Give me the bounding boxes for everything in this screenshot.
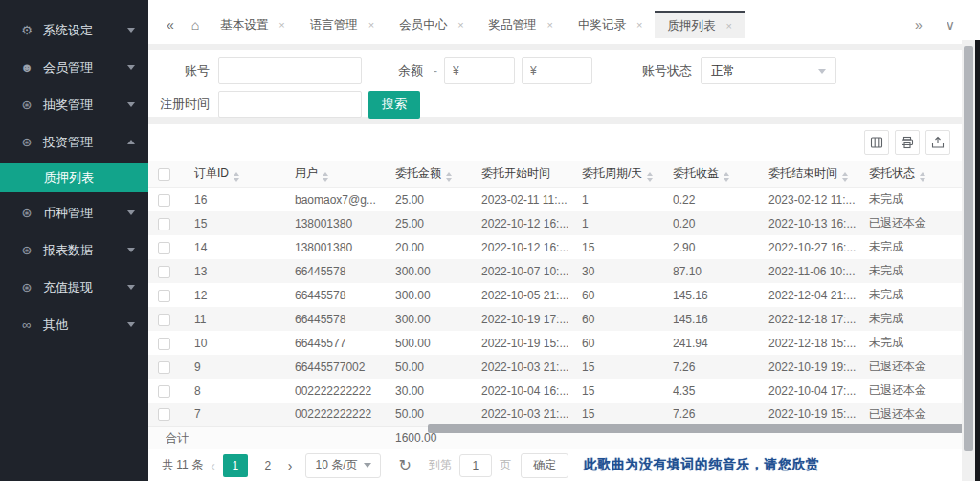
tab-options-icon[interactable]: ∨ (946, 17, 955, 33)
sort-icon[interactable] (920, 172, 925, 182)
chevron-down-icon (364, 463, 371, 468)
close-tab-icon[interactable]: × (636, 19, 642, 31)
tab[interactable]: 奖品管理 × (477, 11, 566, 38)
vertical-scrollbar[interactable] (964, 46, 973, 451)
coin-icon: ⊛ (19, 206, 34, 220)
account-status-value: 正常 (711, 63, 735, 79)
account-status-select[interactable]: 正常 (701, 57, 836, 84)
tab[interactable]: 语言管理 × (298, 11, 387, 38)
select-all-cell (148, 161, 185, 187)
row-checkbox[interactable] (158, 242, 170, 254)
sidebar-item[interactable]: ⊛ 币种管理 (0, 194, 148, 231)
table-header: 订单ID 用户 委托金额 委托开始时间 委托周期/天 委托收益 委托结束时间 (148, 161, 962, 187)
search-form-row-2: 注册时间 搜索 (148, 91, 962, 118)
collapse-tabs-icon[interactable]: « (158, 11, 183, 38)
tab[interactable]: 基本设置 × (208, 11, 297, 38)
goto-page-input[interactable] (459, 454, 492, 477)
tab[interactable]: 质押列表 × (655, 11, 744, 38)
row-checkbox[interactable] (158, 314, 170, 326)
row-select-cell (148, 355, 185, 379)
row-checkbox[interactable] (158, 290, 170, 302)
row-checkbox[interactable] (158, 194, 170, 207)
search-button[interactable]: 搜索 (368, 91, 420, 119)
tab-label: 中奖记录 (578, 17, 626, 33)
expand-tabs-icon[interactable]: » (915, 17, 923, 33)
sidebar-item[interactable]: ☻ 会员管理 (0, 49, 148, 86)
row-checkbox[interactable] (158, 266, 170, 278)
close-tab-icon[interactable]: × (368, 19, 374, 31)
column-header[interactable]: 用户 (285, 161, 386, 187)
column-label: 委托开始时间 (481, 166, 550, 180)
print-icon[interactable] (895, 130, 920, 155)
columns-icon[interactable] (864, 130, 889, 155)
prev-page-icon[interactable]: ‹ (211, 458, 215, 473)
sort-icon[interactable] (234, 172, 239, 182)
sidebar-item[interactable]: ⊛ 充值提现 (0, 269, 148, 306)
cell-amount: 500.00 (386, 331, 472, 355)
tab[interactable]: 会员中心 × (387, 11, 476, 38)
row-checkbox[interactable] (158, 385, 170, 398)
row-checkbox[interactable] (158, 218, 170, 230)
tab-label: 会员中心 (399, 17, 447, 33)
cell-period: 15 (572, 379, 663, 403)
page-number-button[interactable]: 2 (256, 454, 280, 477)
confirm-page-button[interactable]: 确定 (521, 453, 568, 478)
row-checkbox[interactable] (158, 408, 170, 421)
column-header[interactable]: 委托金额 (386, 161, 472, 187)
cell-end-time: 2022-12-04 21:... (759, 283, 859, 307)
select-all-checkbox[interactable] (158, 168, 170, 181)
row-select-cell (148, 259, 185, 283)
column-header[interactable]: 订单ID (185, 161, 285, 187)
cell-amount: 300.00 (386, 259, 472, 283)
cell-start-time: 2022-10-19 17:... (472, 307, 572, 331)
close-tab-icon[interactable]: × (278, 19, 284, 31)
cell-user: 66445578 (285, 307, 386, 331)
sidebar-item[interactable]: ⚙ 系统设定 (0, 11, 148, 49)
sort-icon[interactable] (647, 172, 653, 182)
sort-icon[interactable] (842, 172, 848, 182)
column-header[interactable]: 委托开始时间 (472, 161, 572, 187)
cell-amount: 25.00 (386, 187, 472, 211)
sidebar-item[interactable]: ⊛ 抽奖管理 (0, 86, 148, 123)
column-header[interactable]: 委托状态 (859, 161, 962, 187)
cell-user: 002222222222 (285, 379, 386, 403)
column-header[interactable]: 委托收益 (663, 161, 759, 187)
row-checkbox[interactable] (158, 338, 170, 350)
column-header[interactable]: 委托周期/天 (572, 161, 663, 187)
tab[interactable]: 中奖记录 × (566, 11, 655, 38)
register-time-input[interactable] (218, 91, 362, 118)
refresh-icon[interactable]: ↻ (398, 456, 411, 474)
cell-end-time: 2022-12-18 15:... (759, 331, 859, 355)
cell-period: 60 (572, 331, 663, 355)
sidebar-item-label: 会员管理 (43, 59, 93, 77)
sort-icon[interactable] (323, 172, 328, 182)
cell-order-id: 8 (185, 379, 285, 403)
row-checkbox[interactable] (158, 361, 170, 374)
balance-max-input[interactable] (522, 57, 592, 84)
cell-end-time: 2022-10-27 16:... (759, 235, 859, 259)
sidebar-subitem-pledge-list[interactable]: 质押列表 (0, 163, 148, 192)
close-tab-icon[interactable]: × (457, 19, 463, 31)
close-tab-icon[interactable]: × (547, 19, 553, 31)
sidebar-item[interactable]: ⊛ 投资管理 (0, 123, 148, 161)
close-tab-icon[interactable]: × (725, 20, 731, 32)
page-size-select[interactable]: 10 条/页 (305, 453, 381, 478)
column-header[interactable]: 委托结束时间 (759, 161, 859, 187)
sidebar-item[interactable]: ⊛ 报表数据 (0, 231, 148, 269)
sidebar-item-label: 抽奖管理 (43, 97, 93, 114)
home-tab-icon[interactable]: ⌂ (183, 11, 208, 38)
account-input[interactable] (218, 57, 362, 84)
page-number-button[interactable]: 1 (223, 454, 248, 477)
balance-min-input[interactable] (444, 57, 515, 84)
chevron-icon (127, 248, 135, 252)
export-icon[interactable] (925, 130, 950, 155)
sort-icon[interactable] (446, 172, 452, 182)
horizontal-scrollbar[interactable] (428, 424, 967, 433)
next-page-icon[interactable]: › (288, 458, 293, 473)
sidebar-item[interactable]: ∞ 其他 (0, 306, 148, 343)
cell-start-time: 2022-10-12 16:... (472, 211, 572, 235)
cell-profit: 0.22 (663, 187, 759, 211)
table-toolbar (148, 124, 962, 161)
sort-icon[interactable] (724, 172, 729, 182)
sidebar-submenu: 质押列表 (0, 163, 148, 192)
